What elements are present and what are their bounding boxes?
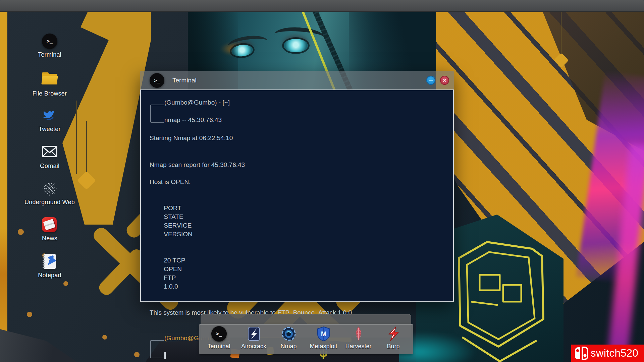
dock-item-burp[interactable]: Burp	[377, 326, 410, 350]
minimize-button[interactable]	[426, 76, 435, 85]
harvester-feather-icon	[351, 326, 366, 342]
desktop-icon-label: News	[13, 235, 87, 242]
terminal-window: >_ Terminal ✕ (Gumbo@Gumbo) - [~] nmap -…	[140, 71, 454, 302]
badge-text: switch520	[591, 347, 638, 359]
desktop-icon-tweeter[interactable]: Tweeter	[13, 108, 87, 133]
prompt-command: nmap -- 45.30.76.43	[164, 116, 222, 124]
news-icon	[42, 217, 57, 232]
bird-icon	[42, 108, 57, 123]
prompt-tree-icon	[150, 337, 165, 362]
switch520-badge: switch520	[571, 345, 644, 362]
dock-item-airocrack[interactable]: Airocrack	[237, 326, 271, 350]
desktop-icon-notepad[interactable]: Notepad	[13, 254, 87, 279]
dark-web-icon	[42, 181, 57, 196]
desktop-icon-terminal[interactable]: >_ Terminal	[13, 34, 87, 58]
terminal-prompt-block: (Gumbo@Gumbo) - [~] nmap -- 45.30.76.43	[150, 98, 446, 124]
desktop-icon-file-browser[interactable]: File Browser	[13, 70, 87, 97]
folder-icon	[42, 72, 57, 84]
terminal-icon: >_	[150, 73, 164, 88]
minimize-icon	[429, 80, 433, 81]
dock-item-harvester[interactable]: Harvester	[342, 326, 375, 350]
scan-results-table: PORT STATE SERVICE VERSION 20 TCP OPEN F…	[150, 195, 446, 300]
dock-item-terminal[interactable]: >_ Terminal	[202, 326, 236, 350]
terminal-output-line: Host is OPEN.	[150, 178, 446, 186]
terminal-titlebar[interactable]: >_ Terminal ✕	[140, 71, 454, 89]
desktop-icon-label: File Browser	[13, 90, 87, 97]
envelope-icon	[42, 145, 57, 158]
notepad-icon	[44, 254, 56, 269]
terminal-cursor	[164, 352, 166, 359]
terminal-output-line: Starting Nmap at 06:22:54:10	[150, 134, 446, 142]
table-row: 20 TCP OPEN FTP 1.0.0	[150, 247, 446, 300]
burp-bolt-icon	[386, 326, 401, 342]
desktop-icon-news[interactable]: News	[13, 217, 87, 242]
prompt-input	[164, 351, 166, 360]
desktop-icon-underground-web[interactable]: Underground Web	[13, 181, 87, 206]
desktop-icon-label: Tweeter	[13, 126, 87, 133]
svg-text:M: M	[321, 330, 326, 338]
metasploit-shield-icon: M	[316, 326, 331, 342]
airocrack-shield-icon	[246, 326, 262, 342]
table-header-row: PORT STATE SERVICE VERSION	[150, 195, 446, 247]
window-title: Terminal	[172, 77, 197, 84]
terminal-icon: >_	[211, 326, 227, 342]
dock-item-nmap[interactable]: Nmap	[272, 326, 306, 350]
switch-logo-icon	[574, 347, 589, 360]
dock-item-metasploit[interactable]: M Metasploit	[307, 326, 340, 350]
terminal-body[interactable]: (Gumbo@Gumbo) - [~] nmap -- 45.30.76.43 …	[140, 89, 454, 302]
desktop-icon-label: Gomail	[13, 163, 87, 170]
desktop-icon-label: Terminal	[13, 51, 87, 58]
close-button[interactable]: ✕	[440, 76, 449, 85]
prompt-tree-icon	[150, 101, 165, 126]
dock: >_ Terminal Airocrack Nmap	[199, 324, 413, 354]
terminal-icon: >_	[42, 34, 57, 49]
close-icon: ✕	[442, 78, 447, 83]
terminal-output-line: Nmap scan report for 45.30.76.43	[150, 161, 446, 169]
desktop-icon-gomail[interactable]: Gomail	[13, 145, 87, 170]
top-window-bar[interactable]	[0, 0, 644, 12]
nmap-eye-icon	[281, 326, 297, 342]
desktop-icon-column: >_ Terminal File Browser Tweeter Gomail	[13, 0, 87, 362]
prompt-user: (Gumbo@Gumbo) - [~]	[164, 98, 230, 107]
desktop-icon-label: Notepad	[13, 272, 87, 279]
desktop-icon-label: Underground Web	[13, 199, 87, 206]
